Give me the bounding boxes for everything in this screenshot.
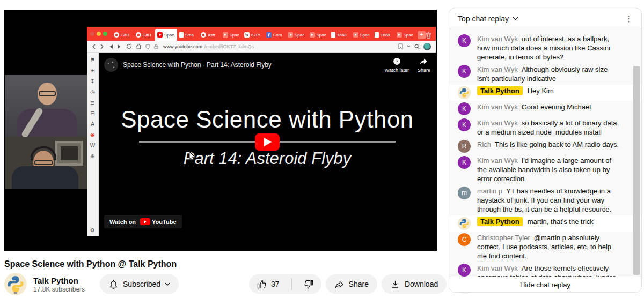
browser-tab[interactable]: 1668 bbox=[372, 29, 394, 41]
chat-avatar[interactable]: K bbox=[458, 102, 471, 115]
browser-tab[interactable]: Spac bbox=[351, 29, 373, 41]
browser-tab[interactable]: Sma bbox=[177, 29, 199, 41]
video-player[interactable]: GitH GitH Spac Sma bbox=[4, 10, 437, 251]
home-icon[interactable] bbox=[136, 43, 142, 49]
search-icon[interactable] bbox=[414, 44, 420, 49]
play-button[interactable] bbox=[255, 133, 280, 151]
like-button[interactable]: 37 bbox=[249, 274, 287, 294]
tab-favicon bbox=[266, 32, 272, 38]
download-button[interactable]: Download bbox=[382, 274, 447, 294]
talk-python-avatar[interactable] bbox=[458, 86, 471, 99]
channel-avatar[interactable] bbox=[4, 273, 27, 295]
panel-icon[interactable]: ≣ bbox=[90, 100, 94, 106]
trash-icon[interactable] bbox=[426, 32, 431, 39]
browser-tab[interactable]: Spac bbox=[155, 29, 177, 41]
talk-python-avatar[interactable] bbox=[458, 217, 471, 230]
browser-tab[interactable]: 1668 bbox=[329, 29, 351, 41]
dislike-button[interactable] bbox=[296, 274, 321, 294]
chat-avatar[interactable]: m bbox=[458, 187, 471, 199]
panel-icon[interactable]: ◉ bbox=[90, 132, 95, 138]
chat-text: Hey Kim bbox=[528, 87, 554, 95]
chat-avatar[interactable]: C bbox=[458, 233, 471, 246]
browser-tab[interactable]: GitH bbox=[112, 29, 134, 41]
reload-icon[interactable] bbox=[126, 43, 132, 49]
zoom-window-icon[interactable] bbox=[103, 32, 107, 36]
settings-gear-icon[interactable]: ⚙ bbox=[90, 227, 95, 233]
browser-tab[interactable]: Com bbox=[264, 29, 286, 41]
tab-favicon bbox=[244, 32, 250, 38]
macos-traffic-lights bbox=[90, 32, 107, 36]
chat-author: Talk Python bbox=[477, 86, 523, 95]
browser-tab[interactable]: Spac bbox=[308, 29, 330, 41]
browser-tab[interactable]: GitH bbox=[134, 29, 156, 41]
chat-avatar[interactable]: K bbox=[458, 118, 471, 131]
tab-label: GitH bbox=[143, 33, 151, 38]
fast-forward-icon[interactable] bbox=[117, 44, 122, 49]
live-chat-replay-panel: Top chat replay ⋮ K Kim van Wykout of in… bbox=[449, 8, 642, 293]
embed-share-button[interactable]: Share bbox=[418, 57, 430, 73]
chat-menu-kebab-icon[interactable]: ⋮ bbox=[625, 14, 633, 24]
panel-icon[interactable]: ⊕ bbox=[90, 153, 94, 159]
new-tab-button[interactable]: + bbox=[418, 31, 426, 39]
subscribed-button[interactable]: Subscribed bbox=[100, 274, 179, 294]
chat-avatar[interactable]: K bbox=[458, 156, 471, 169]
chevron-down-icon[interactable] bbox=[513, 17, 518, 20]
youtube-embed-player[interactable]: Space Science with Python - Part 14: Ast… bbox=[99, 53, 436, 236]
url-field[interactable]: www.youtube.com/embed/iGKTZ_kdmQs bbox=[163, 44, 394, 49]
slide-subtitle: Part 14: Asteroid Flyby bbox=[99, 149, 436, 168]
minimize-window-icon[interactable] bbox=[97, 32, 101, 36]
chat-author: Christopher Tyler bbox=[477, 234, 530, 242]
share-icon bbox=[334, 279, 345, 289]
rewind-icon[interactable] bbox=[108, 44, 113, 49]
panel-icon[interactable]: W bbox=[90, 143, 95, 148]
embed-video-title[interactable]: Space Science with Python - Part 14: Ast… bbox=[123, 61, 272, 69]
vivaldi-panel-strip: ⚑ ⊞ ↧ ◷ ≣ ⊟ A ◉ bbox=[87, 53, 99, 236]
panel-icon[interactable]: ◷ bbox=[90, 89, 95, 95]
chat-author: Kim van Wyk bbox=[477, 65, 518, 73]
browser-tab[interactable]: 67P/ bbox=[242, 29, 264, 41]
watch-later-button[interactable]: Watch later bbox=[385, 57, 409, 73]
panel-icon[interactable]: ⚑ bbox=[90, 57, 95, 63]
chat-avatar[interactable]: K bbox=[458, 264, 471, 277]
browser-tab[interactable]: Spac bbox=[394, 29, 416, 41]
browser-tab[interactable]: Spac bbox=[286, 29, 308, 41]
bookmark-flag-icon[interactable] bbox=[398, 43, 403, 49]
embed-channel-avatar[interactable] bbox=[104, 58, 118, 72]
forward-icon[interactable] bbox=[100, 44, 104, 49]
person-torso bbox=[12, 166, 78, 189]
channel-name[interactable]: Talk Python bbox=[33, 275, 85, 286]
browser-tab[interactable]: Spac bbox=[221, 29, 243, 41]
url-host: www.youtube.com bbox=[163, 44, 202, 49]
hide-chat-replay-button[interactable]: Hide chat replay bbox=[449, 277, 641, 292]
tab-label: Astr bbox=[208, 33, 215, 38]
thumbs-up-icon bbox=[257, 279, 267, 289]
browser-tab[interactable]: Astr bbox=[199, 29, 221, 41]
close-window-icon[interactable] bbox=[90, 32, 94, 36]
panel-icon[interactable]: ⊟ bbox=[90, 110, 94, 116]
bookmark-caret-icon[interactable] bbox=[407, 45, 411, 48]
chat-avatar[interactable]: K bbox=[458, 34, 471, 47]
screenshare-browser-window: GitH GitH Spac Sma bbox=[87, 27, 436, 236]
chevron-down-icon bbox=[165, 282, 170, 286]
tab-label: Com bbox=[273, 33, 282, 38]
chat-message: R RichThis is like going back to AM radi… bbox=[449, 138, 641, 154]
back-icon[interactable] bbox=[92, 44, 96, 49]
shield-icon[interactable] bbox=[145, 44, 150, 49]
watch-on-youtube-button[interactable]: Watch on YouTube bbox=[104, 215, 182, 228]
chat-message: K Kim van WykAre those kernels effective… bbox=[449, 262, 641, 277]
chat-author: martin p bbox=[477, 187, 502, 195]
panel-icon[interactable]: ⊞ bbox=[90, 68, 94, 73]
bell-icon bbox=[108, 279, 119, 289]
chat-mode-label[interactable]: Top chat replay bbox=[458, 14, 509, 23]
panel-icon[interactable]: A bbox=[91, 121, 94, 127]
tab-favicon bbox=[136, 32, 141, 38]
browser-profile-avatar[interactable] bbox=[423, 43, 431, 50]
chat-avatar[interactable]: K bbox=[458, 65, 471, 78]
share-button[interactable]: Share bbox=[326, 274, 377, 294]
panel-icon[interactable]: ↧ bbox=[90, 78, 94, 84]
tab-label: Spac bbox=[164, 33, 174, 38]
subscriber-count: 17.8K subscribers bbox=[33, 286, 85, 293]
chat-avatar[interactable]: R bbox=[458, 140, 471, 153]
chat-scrollbar[interactable] bbox=[633, 66, 640, 275]
background-window bbox=[55, 141, 83, 166]
